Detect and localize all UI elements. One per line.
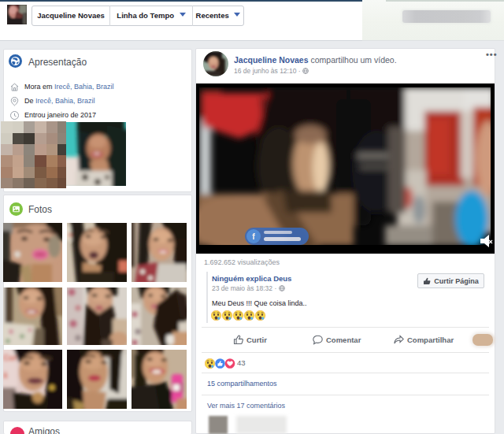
- svg-text:ã: ã: [3, 371, 8, 380]
- svg-text:f: f: [252, 232, 255, 241]
- svg-text:Cor: Cor: [3, 354, 17, 362]
